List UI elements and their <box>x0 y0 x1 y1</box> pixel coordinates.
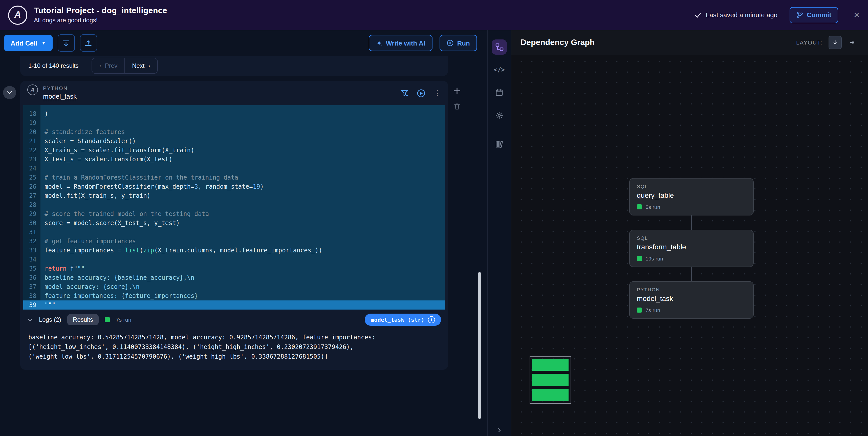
code-line[interactable]: 31 <box>23 228 445 237</box>
prev-page-button[interactable]: ‹ Prev <box>92 58 124 73</box>
logs-toggle[interactable]: Logs (2) <box>39 316 61 323</box>
code-text <box>40 118 445 127</box>
results-tab[interactable]: Results <box>67 314 99 325</box>
line-number: 19 <box>23 118 40 127</box>
info-icon: i <box>428 316 435 323</box>
filter-icon[interactable] <box>401 89 409 97</box>
code-line[interactable]: 34 <box>23 255 445 264</box>
collapse-cell-button[interactable] <box>3 86 16 99</box>
result-variable-pill[interactable]: model_task (str) i <box>365 314 441 326</box>
run-status-icon <box>637 204 642 209</box>
chevron-down-icon: ▼ <box>41 40 46 45</box>
line-number: 37 <box>23 282 40 291</box>
chevron-left-icon: ‹ <box>99 62 101 69</box>
code-line[interactable]: 35return f""" <box>23 264 445 273</box>
notebook-pane: Add Cell ▼ Write with AI <box>0 30 487 436</box>
line-number: 36 <box>23 273 40 282</box>
line-number: 26 <box>23 182 40 191</box>
code-text: """ <box>40 301 445 310</box>
code-line[interactable]: 33feature_importances = list(zip(X_train… <box>23 246 445 255</box>
delete-cell-icon[interactable] <box>453 103 461 110</box>
chevron-down-icon[interactable] <box>27 317 33 322</box>
code-text: # standardize features <box>40 127 445 136</box>
minimap-node <box>532 389 568 401</box>
code-line[interactable]: 25# train a RandomForestClassifier on th… <box>23 173 445 182</box>
line-number: 39 <box>23 301 40 310</box>
app-logo-icon[interactable]: A <box>8 5 27 25</box>
layout-vertical-button[interactable] <box>829 36 842 49</box>
close-icon[interactable]: ✕ <box>854 10 860 20</box>
cell-menu-icon[interactable]: ⋮ <box>433 89 441 98</box>
code-line[interactable]: 29# score the trained model on the testi… <box>23 209 445 219</box>
code-line[interactable]: 21scaler = StandardScaler() <box>23 136 445 146</box>
code-line[interactable]: 30score = model.score(X_test_s, y_test) <box>23 219 445 228</box>
graph-minimap[interactable] <box>530 356 571 404</box>
code-line[interactable]: 23X_test_s = scaler.transform(X_test) <box>23 155 445 164</box>
run-button[interactable]: Run <box>439 35 477 51</box>
graph-node-model_task[interactable]: PYTHONmodel_task7s run <box>629 281 754 319</box>
code-line[interactable]: 37model accuracy: {score},\n <box>23 282 445 291</box>
code-line[interactable]: 18) <box>23 109 445 118</box>
node-type-label: PYTHON <box>637 287 746 292</box>
notebook-toolbar: Add Cell ▼ Write with AI <box>0 30 487 55</box>
graph-node-query_table[interactable]: SQLquery_table6s run <box>629 178 754 215</box>
expand-panel-icon[interactable] <box>488 427 511 433</box>
code-line[interactable]: 28 <box>23 200 445 209</box>
code-text: # score the trained model on the testing… <box>40 209 445 219</box>
node-name: query_table <box>637 191 746 199</box>
code-text <box>40 228 445 237</box>
schedule-icon[interactable] <box>492 85 507 100</box>
code-editor[interactable]: 18)19 20# standardize features21scaler =… <box>23 105 445 310</box>
code-line[interactable]: 39""" <box>23 301 445 310</box>
code-text: feature importances: {feature_importance… <box>40 291 445 301</box>
run-status-icon <box>637 308 642 313</box>
node-runtime: 19s run <box>645 255 663 261</box>
save-status-text: Last saved a minute ago <box>706 11 777 19</box>
add-cell-button[interactable]: Add Cell ▼ <box>4 35 52 51</box>
next-page-button[interactable]: Next › <box>124 58 157 73</box>
code-line[interactable]: 27model.fit(X_train_s, y_train) <box>23 191 445 200</box>
commit-button[interactable]: Commit <box>789 7 838 23</box>
line-number: 35 <box>23 264 40 273</box>
settings-gear-icon[interactable] <box>492 108 507 123</box>
code-line[interactable]: 38feature importances: {feature_importan… <box>23 291 445 301</box>
project-title: Tutorial Project - dog_intelligence <box>34 6 167 15</box>
code-line[interactable]: 26model = RandomForestClassifier(max_dep… <box>23 182 445 191</box>
run-cell-icon[interactable] <box>417 89 425 97</box>
save-status: Last saved a minute ago <box>695 11 777 19</box>
line-number: 28 <box>23 200 40 209</box>
vertical-scrollbar[interactable] <box>478 272 481 419</box>
code-line[interactable]: 19 <box>23 118 445 127</box>
line-number: 33 <box>23 246 40 255</box>
graph-node-transform_table[interactable]: SQLtransform_table19s run <box>629 230 754 267</box>
write-with-ai-button[interactable]: Write with AI <box>369 35 432 51</box>
insert-cell-above-button[interactable] <box>80 34 97 52</box>
code-line-clipped <box>23 105 445 109</box>
line-number: 18 <box>23 109 40 118</box>
code-line[interactable]: 20# standardize features <box>23 127 445 136</box>
line-number: 27 <box>23 191 40 200</box>
code-line[interactable]: 36baseline accuracy: {baseline_accuracy}… <box>23 273 445 282</box>
code-line[interactable]: 24 <box>23 164 445 173</box>
code-text: X_train_s = scaler.fit_transform(X_train… <box>40 146 445 155</box>
library-icon[interactable] <box>492 136 507 152</box>
dependency-graph-icon[interactable] <box>492 39 507 55</box>
code-text: model.fit(X_train_s, y_train) <box>40 191 445 200</box>
layout-label: LAYOUT: <box>796 39 823 45</box>
code-text <box>40 255 445 264</box>
code-text <box>40 200 445 209</box>
sparkle-icon <box>376 40 382 46</box>
output-line: [('height_low_inches', 0.114007333841483… <box>28 342 440 352</box>
code-panel-icon[interactable]: </> <box>492 62 507 77</box>
code-text: baseline accuracy: {baseline_accuracy},\… <box>40 273 445 282</box>
code-line[interactable]: 22X_train_s = scaler.fit_transform(X_tra… <box>23 146 445 155</box>
code-text: # get feature importances <box>40 237 445 246</box>
check-icon <box>695 11 702 19</box>
graph-header: Dependency Graph LAYOUT: <box>512 30 868 55</box>
add-cell-icon[interactable] <box>453 87 461 95</box>
result-variable-label: model_task (str) <box>371 316 424 323</box>
cell-name[interactable]: model_task <box>43 92 76 101</box>
insert-cell-below-button[interactable] <box>57 34 74 52</box>
layout-horizontal-button[interactable] <box>846 36 859 49</box>
code-line[interactable]: 32# get feature importances <box>23 237 445 246</box>
